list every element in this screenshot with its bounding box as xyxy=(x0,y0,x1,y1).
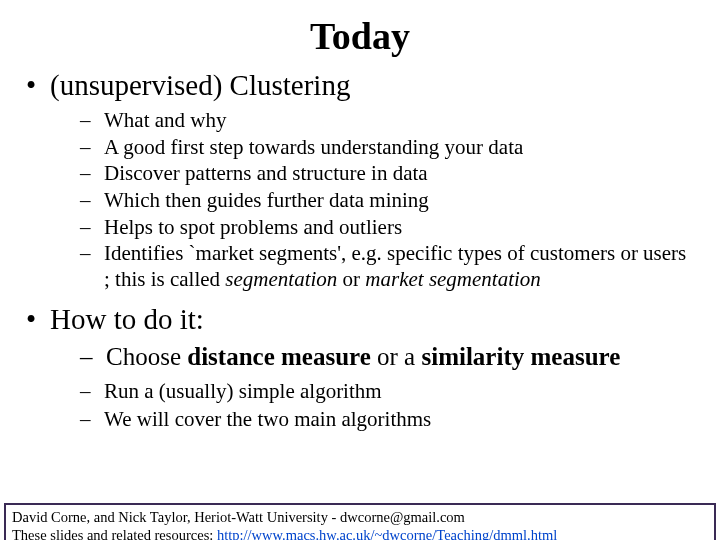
bullet-list-level1: (unsupervised) Clustering What and why A… xyxy=(24,68,696,432)
bullet-how-to: How to do it: Choose distance measure or… xyxy=(24,302,696,432)
bold-distance-measure: distance measure xyxy=(187,343,371,370)
slide-content: (unsupervised) Clustering What and why A… xyxy=(0,68,720,432)
sub-item: Which then guides further data mining xyxy=(80,188,696,214)
sub-item: Discover patterns and structure in data xyxy=(80,161,696,187)
emphasis-segmentation: segmentation xyxy=(225,267,337,291)
footer-text: These slides and related resources: xyxy=(12,527,217,540)
bullet-text: (unsupervised) Clustering xyxy=(50,69,350,101)
bold-similarity-measure: similarity measure xyxy=(421,343,620,370)
sub-item-choose-measure: Choose distance measure or a similarity … xyxy=(80,341,696,372)
sub-item: Run a (usually) simple algorithm xyxy=(80,378,696,404)
slide-title: Today xyxy=(0,14,720,58)
sub-list-clustering: What and why A good first step towards u… xyxy=(50,108,696,292)
text: Choose xyxy=(106,343,187,370)
text: or xyxy=(337,267,365,291)
sub-item: A good first step towards understanding … xyxy=(80,135,696,161)
footer-line-authors: David Corne, and Nick Taylor, Heriot-Wat… xyxy=(12,508,708,526)
sub-item: What and why xyxy=(80,108,696,134)
text: or a xyxy=(371,343,422,370)
footer-link[interactable]: http://www.macs.hw.ac.uk/~dwcorne/Teachi… xyxy=(217,527,557,540)
slide: Today (unsupervised) Clustering What and… xyxy=(0,14,720,540)
bullet-clustering: (unsupervised) Clustering What and why A… xyxy=(24,68,696,292)
sub-list-howto: Choose distance measure or a similarity … xyxy=(50,341,696,433)
emphasis-market-segmentation: market segmentation xyxy=(365,267,541,291)
footer-box: David Corne, and Nick Taylor, Heriot-Wat… xyxy=(4,503,716,540)
footer-line-resources: These slides and related resources: http… xyxy=(12,526,708,540)
sub-item: We will cover the two main algorithms xyxy=(80,406,696,432)
bullet-text: How to do it: xyxy=(50,303,204,335)
sub-item: Helps to spot problems and outliers xyxy=(80,215,696,241)
sub-item-segmentation: Identifies `market segments', e.g. speci… xyxy=(80,241,696,292)
